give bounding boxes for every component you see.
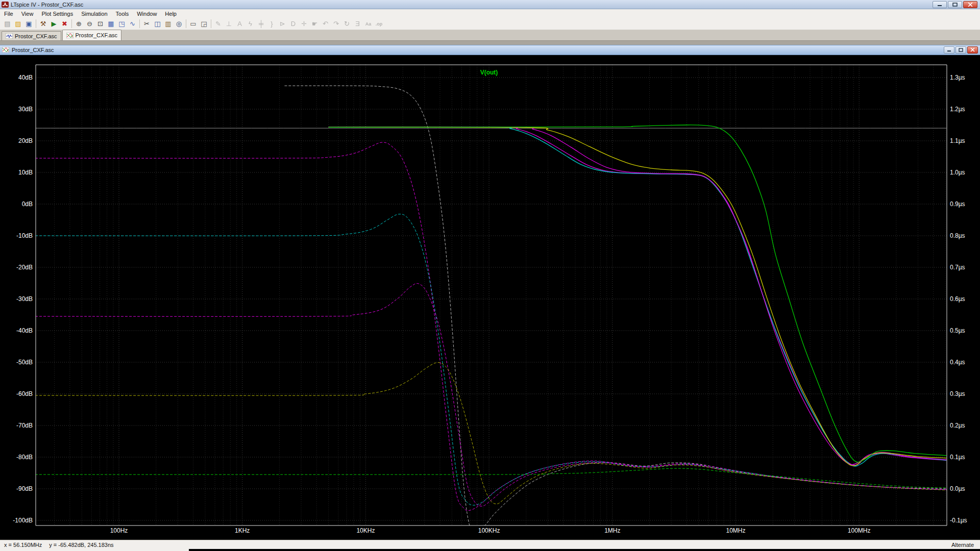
halt-icon[interactable]: ✖ xyxy=(59,19,70,29)
grid-icon[interactable]: ▦ xyxy=(106,19,116,29)
svg-text:-70dB: -70dB xyxy=(16,422,33,429)
copy-icon[interactable]: ◫ xyxy=(152,19,163,29)
trace-trace2-gain xyxy=(329,127,947,466)
tab-waveform[interactable]: Prostor_CXF.asc xyxy=(62,30,122,40)
svg-text:0.4µs: 0.4µs xyxy=(950,359,965,366)
control-panel-icon[interactable]: ⚒ xyxy=(38,19,48,29)
toolbar-separator xyxy=(139,19,140,28)
tab-schematic[interactable]: Prostor_CXF.asc xyxy=(2,31,61,40)
trace-label-vout[interactable]: V(out) xyxy=(480,69,498,76)
tab-label: Prostor_CXF.asc xyxy=(15,33,57,39)
svg-text:1.0µs: 1.0µs xyxy=(950,169,965,176)
trace-trace5-delay xyxy=(35,468,946,488)
menu-simulation[interactable]: Simulation xyxy=(77,10,111,17)
zoom-full-extents-icon[interactable]: ⊡ xyxy=(95,19,106,29)
ground-icon: ⊥ xyxy=(224,19,234,29)
bottom-strip xyxy=(0,549,980,551)
tabbar: Prostor_CXF.asc Prostor_CXF.asc xyxy=(0,30,980,41)
menu-view[interactable]: View xyxy=(17,10,38,17)
svg-text:0.6µs: 0.6µs xyxy=(950,295,965,303)
menu-tools[interactable]: Tools xyxy=(112,10,133,17)
svg-text:-20dB: -20dB xyxy=(16,264,33,271)
svg-text:30dB: 30dB xyxy=(18,106,33,113)
tab-label: Prostor_CXF.asc xyxy=(76,32,118,38)
svg-text:0.8µs: 0.8µs xyxy=(950,232,965,239)
trace-trace4-delay xyxy=(35,363,946,504)
maximize-button[interactable] xyxy=(948,1,962,8)
menu-window[interactable]: Window xyxy=(133,10,161,17)
menu-file[interactable]: File xyxy=(0,10,17,17)
svg-text:0.1µs: 0.1µs xyxy=(950,454,965,461)
window-controls xyxy=(933,1,978,8)
menu-plot-settings[interactable]: Plot Settings xyxy=(37,10,77,17)
svg-text:1MHz: 1MHz xyxy=(604,527,620,534)
run-icon[interactable]: ▶ xyxy=(48,19,59,29)
cut-icon[interactable]: ✂ xyxy=(141,19,152,29)
svg-text:0dB: 0dB xyxy=(22,201,33,208)
minimize-button[interactable] xyxy=(933,1,947,8)
child-minimize-button[interactable] xyxy=(944,46,954,54)
svg-text:0.7µs: 0.7µs xyxy=(950,264,965,271)
diode-icon: ⊳ xyxy=(277,19,288,29)
plot-settings-icon[interactable]: ∿ xyxy=(127,19,138,29)
toolbar: ▤▨▣⚒▶✖⊕⊖⊡▦◳∿✂◫▥◎▭◲✎⊥Aϟ╪}⊳D✛☛↶↷↻ƎAa.op xyxy=(0,18,980,30)
capacitor-icon: ╪ xyxy=(256,19,266,29)
toolbar-separator xyxy=(36,19,36,28)
waveform-plot[interactable]: 40dB30dB20dB10dB0dB-10dB-20dB-30dB-40dB-… xyxy=(0,55,980,540)
resistor-icon: ϟ xyxy=(245,19,256,29)
zoom-out-icon[interactable]: ⊖ xyxy=(84,19,95,29)
svg-text:-60dB: -60dB xyxy=(16,390,33,397)
cursor-x-readout: x = 56.150MHz xyxy=(4,542,42,548)
svg-text:1.3µs: 1.3µs xyxy=(950,74,965,81)
save-icon[interactable]: ▣ xyxy=(23,19,34,29)
drag-icon: ☛ xyxy=(309,19,320,29)
trace-trace2-delay xyxy=(35,214,946,506)
toolbar-separator xyxy=(211,19,211,28)
new-schematic-icon[interactable]: ▤ xyxy=(2,19,13,29)
trace-trace1-delay xyxy=(35,142,946,511)
child-restore-button[interactable] xyxy=(955,46,966,54)
undo-icon: ↶ xyxy=(320,19,331,29)
find-icon[interactable]: ◎ xyxy=(174,19,184,29)
text-icon: Aa xyxy=(363,19,374,29)
close-button[interactable] xyxy=(963,1,977,8)
plot-canvas: 40dB30dB20dB10dB0dB-10dB-20dB-30dB-40dB-… xyxy=(0,55,980,540)
autorange-y-icon[interactable]: ◳ xyxy=(116,19,127,29)
svg-text:-100dB: -100dB xyxy=(13,517,33,524)
menu-help[interactable]: Help xyxy=(161,10,181,17)
svg-text:-50dB: -50dB xyxy=(16,359,33,366)
rotate-icon: ↻ xyxy=(341,19,352,29)
sweep-mode-indicator: Alternate xyxy=(951,542,976,548)
net-label-icon: A xyxy=(234,19,245,29)
wire-icon: ✎ xyxy=(213,19,224,29)
svg-text:40dB: 40dB xyxy=(18,74,33,81)
svg-text:-40dB: -40dB xyxy=(16,327,33,334)
waveform-window-icon xyxy=(2,47,9,54)
titlebar: LTspice IV - Prostor_CXF.asc xyxy=(0,0,980,9)
svg-text:100Hz: 100Hz xyxy=(110,527,128,534)
spice-directive-icon: .op xyxy=(374,19,384,29)
svg-text:-30dB: -30dB xyxy=(16,295,33,303)
svg-text:0.9µs: 0.9µs xyxy=(950,201,965,208)
waveform-window-titlebar: Prostor_CXF.asc xyxy=(0,45,980,55)
svg-text:0.0µs: 0.0µs xyxy=(950,485,965,492)
svg-text:10MHz: 10MHz xyxy=(726,527,745,534)
open-icon[interactable]: ▨ xyxy=(13,19,23,29)
child-close-button[interactable] xyxy=(967,46,978,54)
print-icon[interactable]: ▭ xyxy=(188,19,199,29)
paste-icon[interactable]: ▥ xyxy=(163,19,174,29)
svg-text:1.1µs: 1.1µs xyxy=(950,137,965,144)
move-icon: ✛ xyxy=(299,19,309,29)
svg-text:10dB: 10dB xyxy=(18,169,33,176)
redo-icon: ↷ xyxy=(331,19,341,29)
svg-text:1KHz: 1KHz xyxy=(235,527,250,534)
svg-text:-80dB: -80dB xyxy=(16,454,33,461)
svg-text:-90dB: -90dB xyxy=(16,485,33,492)
trace-trace3-gain xyxy=(329,127,947,465)
window-title: LTspice IV - Prostor_CXF.asc xyxy=(11,2,83,8)
svg-text:0.3µs: 0.3µs xyxy=(950,390,965,397)
component-icon: D xyxy=(288,19,299,29)
zoom-in-icon[interactable]: ⊕ xyxy=(74,19,84,29)
svg-text:-0.1µs: -0.1µs xyxy=(950,517,967,524)
print-preview-icon[interactable]: ◲ xyxy=(199,19,209,29)
